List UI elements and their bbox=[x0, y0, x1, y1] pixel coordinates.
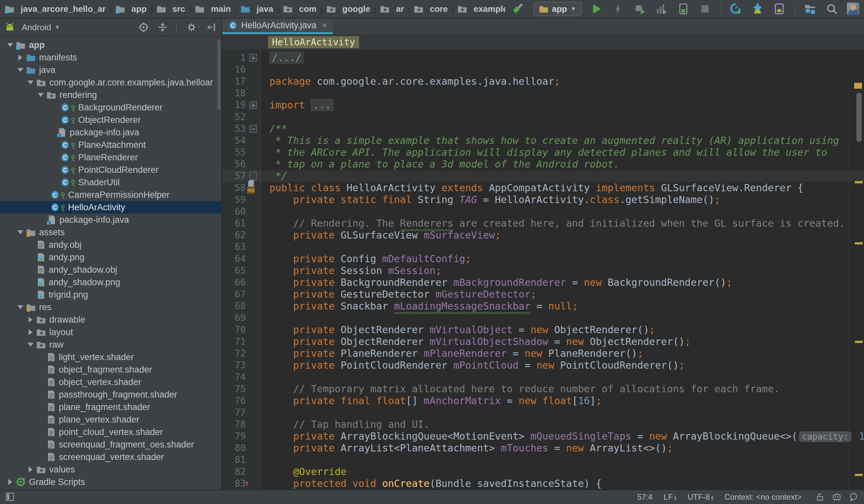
line-number[interactable]: 18 bbox=[222, 87, 246, 99]
code-line-65[interactable]: 65 private Session mSession; bbox=[222, 265, 864, 277]
warning-tick[interactable] bbox=[855, 474, 863, 476]
avd-manager-icon[interactable] bbox=[773, 2, 786, 15]
code-line-80[interactable]: 80 private ArrayList<PlaneAttachment> mT… bbox=[222, 442, 864, 454]
code-line-53[interactable]: 53−/** bbox=[222, 123, 864, 135]
code-line-56[interactable]: 56 * tap on a plane to place a 3d model … bbox=[222, 158, 864, 170]
search-everywhere-icon[interactable] bbox=[825, 2, 838, 15]
line-number[interactable]: 76 bbox=[222, 395, 246, 407]
warning-tick[interactable] bbox=[855, 242, 863, 244]
code-line-58[interactable]: 58<>public class HelloArActivity extends… bbox=[222, 182, 864, 194]
collapsed-arrow-icon[interactable] bbox=[25, 329, 36, 335]
context-indicator[interactable]: Context: <no context> bbox=[724, 492, 802, 502]
expanded-arrow-icon[interactable] bbox=[15, 305, 26, 309]
tree-item-light-vertex-shader[interactable]: light_vertex.shader bbox=[0, 351, 221, 363]
profiler-icon[interactable] bbox=[729, 2, 742, 15]
tree-item-point-cloud-vertex-shader[interactable]: point_cloud_vertex.shader bbox=[0, 426, 221, 438]
line-number[interactable]: 71 bbox=[222, 336, 246, 348]
code-line-76[interactable]: 76 private final float[] mAnchorMatrix =… bbox=[222, 395, 864, 407]
tree-item-java[interactable]: java bbox=[0, 64, 221, 76]
caret-position[interactable]: 57:4 bbox=[637, 492, 652, 502]
code-line-64[interactable]: 64 private Config mDefaultConfig; bbox=[222, 253, 864, 265]
tree-item-andy-shadow-png[interactable]: andy_shadow.png bbox=[0, 276, 221, 288]
tree-item-gradle-scripts[interactable]: Gradle Scripts bbox=[0, 476, 221, 488]
line-number[interactable]: 16 bbox=[222, 64, 246, 75]
breadcrumb-item-google[interactable]: google bbox=[326, 4, 370, 14]
project-tree[interactable]: appmanifestsjavacom.google.ar.core.examp… bbox=[0, 37, 221, 490]
breadcrumb-item-java_arcore_hello_ar[interactable]: java_arcore_hello_ar bbox=[4, 4, 106, 14]
line-number[interactable]: 80 bbox=[222, 442, 246, 454]
fold-expand-icon[interactable]: + bbox=[246, 52, 261, 64]
breadcrumb-item-src[interactable]: src bbox=[156, 4, 185, 14]
line-number[interactable]: 72 bbox=[222, 348, 246, 359]
expanded-arrow-icon[interactable] bbox=[15, 230, 26, 234]
expanded-arrow-icon[interactable] bbox=[15, 68, 26, 72]
tree-item-screenquad-vertex-shader[interactable]: screenquad_vertex.shader bbox=[0, 451, 221, 463]
tree-item-andy-shadow-obj[interactable]: andy_shadow.obj bbox=[0, 264, 221, 276]
tree-item-object-vertex-shader[interactable]: object_vertex.shader bbox=[0, 376, 221, 388]
tree-item-app[interactable]: app bbox=[0, 39, 221, 51]
code-line-77[interactable]: 77 bbox=[222, 407, 864, 419]
code-line-1[interactable]: 1+/.../ bbox=[222, 52, 864, 64]
line-number[interactable]: 83 bbox=[222, 478, 246, 490]
run-configuration-selector[interactable]: app▼ bbox=[533, 2, 581, 16]
code-line-66[interactable]: 66 private BackgroundRenderer mBackgroun… bbox=[222, 277, 864, 288]
code-line-78[interactable]: 78 // Tap handling and UI. bbox=[222, 419, 864, 430]
tree-item-backgroundrenderer[interactable]: CBackgroundRenderer bbox=[0, 101, 221, 114]
tree-item-helloaractivity[interactable]: CHelloArActivity bbox=[0, 201, 221, 214]
code-line-73[interactable]: 73 private PointCloudRenderer mPointClou… bbox=[222, 359, 864, 371]
code-line-59[interactable]: 59 private static final String TAG = Hel… bbox=[222, 194, 864, 206]
tree-item-package-info-java[interactable]: Jpackage-info.java bbox=[0, 214, 221, 226]
tree-item-planeattachment[interactable]: CPlaneAttachment bbox=[0, 139, 221, 151]
fold-expand-icon[interactable]: + bbox=[246, 99, 261, 111]
fold-collapse-icon[interactable]: − bbox=[246, 123, 261, 135]
tree-item-shaderutil[interactable]: CShaderUtil bbox=[0, 176, 221, 189]
tool-window-toggle-icon[interactable] bbox=[5, 492, 15, 502]
locate-icon[interactable] bbox=[138, 22, 149, 33]
code-line-17[interactable]: 17package com.google.ar.core.examples.ja… bbox=[222, 75, 864, 87]
project-view-selector[interactable]: Android bbox=[22, 22, 51, 33]
tree-item-res[interactable]: res bbox=[0, 301, 221, 313]
line-number[interactable]: 59 bbox=[222, 194, 246, 206]
tree-item-trigrid-png[interactable]: trigrid.png bbox=[0, 288, 221, 301]
line-number[interactable]: 54 bbox=[222, 135, 246, 146]
inspection-status-indicator[interactable] bbox=[854, 83, 862, 89]
line-number[interactable]: 64 bbox=[222, 253, 246, 265]
code-line-60[interactable]: 60 bbox=[222, 206, 864, 217]
tree-item-andy-obj[interactable]: andy.obj bbox=[0, 239, 221, 251]
code-line-57[interactable]: 57 */ bbox=[222, 170, 864, 182]
breadcrumb-item-examples[interactable]: examples bbox=[457, 4, 505, 14]
line-number[interactable]: 60 bbox=[222, 206, 246, 217]
code-line-54[interactable]: 54 * This is a simple example that shows… bbox=[222, 135, 864, 146]
apply-changes-icon[interactable] bbox=[612, 2, 625, 15]
code-line-61[interactable]: 61 // Rendering. The Renderers are creat… bbox=[222, 217, 864, 229]
code-line-63[interactable]: 63 bbox=[222, 241, 864, 253]
attach-debugger-icon[interactable] bbox=[677, 2, 690, 15]
line-number[interactable]: 81 bbox=[222, 454, 246, 466]
expanded-arrow-icon[interactable] bbox=[4, 43, 16, 47]
code-line-55[interactable]: 55 * the ARCore API. The application wil… bbox=[222, 146, 864, 158]
tree-item-raw[interactable]: raw bbox=[0, 338, 221, 351]
code-line-18[interactable]: 18 bbox=[222, 87, 864, 99]
line-number[interactable]: 1 bbox=[222, 52, 246, 64]
settings-icon[interactable] bbox=[184, 22, 199, 33]
tree-item-planerenderer[interactable]: CPlaneRenderer bbox=[0, 151, 221, 164]
breadcrumb-class-chip[interactable]: HelloArActivity bbox=[268, 36, 359, 48]
line-number[interactable]: 77 bbox=[222, 407, 246, 419]
code-line-81[interactable]: 81 bbox=[222, 454, 864, 466]
code-line-67[interactable]: 67 private GestureDetector mGestureDetec… bbox=[222, 288, 864, 300]
breadcrumb-item-main[interactable]: main bbox=[195, 4, 231, 14]
hide-panel-icon[interactable] bbox=[207, 22, 217, 33]
project-structure-icon[interactable] bbox=[804, 2, 817, 15]
line-number[interactable]: 68 bbox=[222, 300, 246, 312]
line-number[interactable]: 63 bbox=[222, 241, 246, 253]
collapsed-arrow-icon[interactable] bbox=[4, 479, 16, 485]
tree-item-manifests[interactable]: manifests bbox=[0, 51, 221, 64]
warning-tick[interactable] bbox=[855, 181, 863, 183]
line-number[interactable]: 79 bbox=[222, 430, 246, 442]
line-number[interactable]: 65 bbox=[222, 265, 246, 277]
line-number[interactable]: 78 bbox=[222, 419, 246, 430]
breadcrumb-item-java[interactable]: java bbox=[240, 4, 273, 14]
project-tree-scrollbar[interactable] bbox=[217, 39, 220, 110]
debug-icon[interactable] bbox=[633, 2, 647, 15]
line-number[interactable]: 75 bbox=[222, 383, 246, 395]
